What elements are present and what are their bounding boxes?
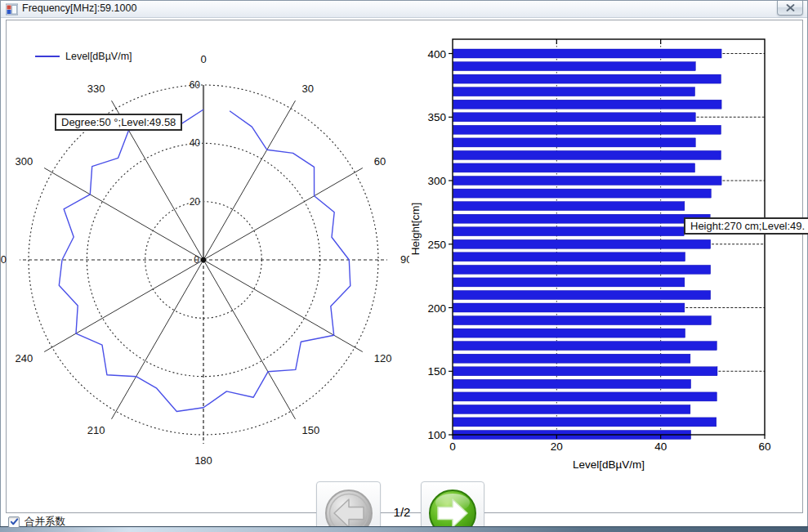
svg-text:150: 150: [302, 424, 320, 436]
window-bottom-frame: [0, 526, 808, 532]
svg-text:Height[cm]: Height[cm]: [409, 203, 422, 256]
svg-text:30: 30: [302, 83, 314, 95]
titlebar: Frequency[MHz]:59.1000: [1, 1, 807, 18]
svg-text:40: 40: [190, 137, 201, 149]
svg-text:330: 330: [87, 83, 105, 95]
svg-text:90: 90: [400, 253, 409, 266]
svg-text:300: 300: [427, 175, 446, 187]
svg-text:350: 350: [427, 111, 446, 123]
app-window: Frequency[MHz]:59.1000 Level[dBµV/m] 030…: [0, 0, 808, 532]
close-button[interactable]: [777, 1, 803, 16]
svg-text:270: 270: [1, 253, 7, 266]
svg-text:250: 250: [427, 239, 446, 251]
previous-page-button[interactable]: [316, 481, 381, 532]
next-page-button[interactable]: [421, 481, 484, 532]
window-title: Frequency[MHz]:59.1000: [22, 2, 136, 14]
svg-text:0: 0: [194, 254, 199, 266]
svg-text:20: 20: [190, 196, 201, 208]
bar-chart[interactable]: 1001502002503003504000204060Level[dBµV/m…: [409, 26, 808, 476]
arrow-right-icon: [427, 488, 478, 532]
svg-text:180: 180: [194, 454, 212, 467]
arrow-left-icon: [324, 488, 374, 532]
merge-coefficient-checkbox[interactable]: 合并系数: [8, 515, 65, 529]
app-icon: [6, 3, 18, 16]
polar-tooltip: Degree:50 °;Level:49.58: [55, 114, 182, 131]
page-indicator: 1/2: [383, 505, 421, 519]
svg-text:240: 240: [16, 352, 33, 364]
svg-text:200: 200: [427, 302, 446, 315]
polar-chart[interactable]: 03060901201501802102402703003300204060: [1, 34, 409, 476]
svg-text:Level[dBµV/m]: Level[dBµV/m]: [573, 458, 645, 471]
svg-text:60: 60: [758, 440, 770, 453]
close-icon: [786, 4, 795, 11]
svg-text:60: 60: [374, 155, 386, 168]
svg-text:300: 300: [16, 155, 33, 168]
svg-text:20: 20: [551, 440, 563, 453]
svg-text:0: 0: [449, 440, 456, 453]
checkbox-label: 合并系数: [25, 515, 65, 529]
svg-text:0: 0: [200, 53, 206, 65]
svg-text:400: 400: [427, 48, 446, 60]
svg-text:100: 100: [427, 429, 446, 441]
checkmark-icon: [10, 517, 19, 526]
checkbox-box[interactable]: [8, 516, 20, 528]
svg-text:150: 150: [427, 365, 446, 378]
svg-text:60: 60: [190, 79, 201, 91]
svg-text:120: 120: [374, 352, 392, 364]
client-area: Level[dBµV/m] 03060901201501802102402703…: [1, 18, 807, 526]
bar-tooltip: Height:270 cm;Level:49.: [684, 217, 808, 235]
svg-text:40: 40: [654, 440, 667, 453]
svg-text:210: 210: [87, 424, 105, 436]
